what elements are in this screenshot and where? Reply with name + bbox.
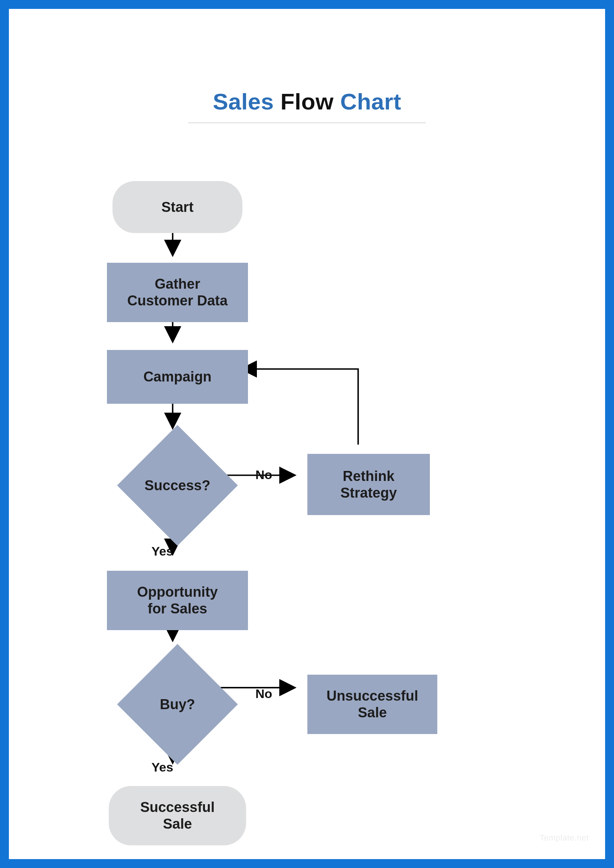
- node-unsuccessful: UnsuccessfulSale: [307, 675, 437, 734]
- edge-label-success-no: No: [256, 468, 272, 482]
- node-gather: GatherCustomer Data: [107, 263, 248, 322]
- node-successful-label: SuccessfulSale: [140, 799, 215, 832]
- node-rethink: RethinkStrategy: [307, 454, 430, 515]
- node-buy-label: Buy?: [160, 696, 195, 713]
- edge-label-buy-yes: Yes: [152, 760, 174, 775]
- node-rethink-label: RethinkStrategy: [340, 468, 397, 501]
- arrow-rethink-to-campaign: [241, 369, 358, 445]
- node-campaign: Campaign: [107, 350, 248, 404]
- node-unsuccessful-label: UnsuccessfulSale: [326, 688, 418, 721]
- node-buy: Buy?: [135, 662, 220, 747]
- page-frame: Sales Flow Chart: [0, 0, 614, 868]
- edge-label-success-yes: Yes: [152, 544, 174, 558]
- node-opportunity: Opportunityfor Sales: [107, 571, 248, 630]
- node-gather-label: GatherCustomer Data: [127, 276, 228, 309]
- node-success: Success?: [135, 443, 220, 528]
- node-start-label: Start: [161, 199, 194, 215]
- arrows-layer: [18, 18, 596, 850]
- node-start: Start: [113, 181, 242, 233]
- node-success-label: Success?: [144, 477, 210, 494]
- flowchart-canvas: Sales Flow Chart: [18, 18, 596, 850]
- node-campaign-label: Campaign: [143, 369, 212, 385]
- watermark: Template.net: [540, 833, 589, 843]
- node-opportunity-label: Opportunityfor Sales: [137, 584, 217, 617]
- edge-label-buy-no: No: [256, 687, 272, 701]
- node-successful: SuccessfulSale: [109, 786, 246, 845]
